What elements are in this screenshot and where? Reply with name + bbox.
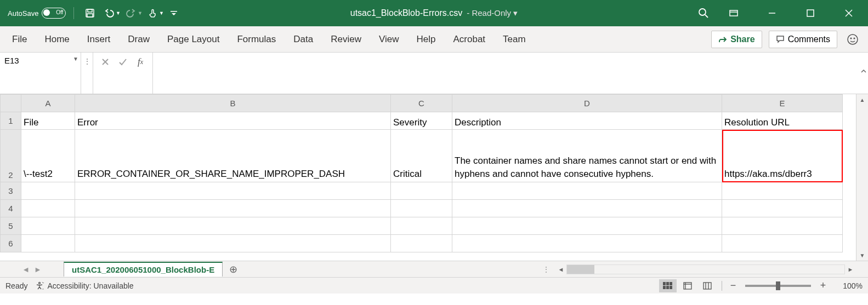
formula-buttons: fx: [93, 53, 153, 94]
tab-file[interactable]: File: [3, 30, 36, 49]
cell-D2[interactable]: The container names and share names cann…: [452, 130, 722, 182]
row-header-6[interactable]: 6: [1, 235, 21, 252]
zoom-out-button[interactable]: −: [728, 280, 739, 291]
maximize-button[interactable]: [791, 0, 830, 26]
row-header-1[interactable]: 1: [1, 112, 21, 130]
cell-B1[interactable]: Error: [75, 112, 391, 130]
col-header-E[interactable]: E: [722, 95, 843, 112]
window-title: utsac1_BlockBlob-Errors.csv - Read-Only …: [350, 8, 518, 18]
minimize-button[interactable]: [753, 0, 791, 26]
sheet-nav-prev-icon[interactable]: ◄: [22, 265, 30, 274]
readonly-indicator[interactable]: - Read-Only ▾: [467, 8, 518, 18]
col-header-A[interactable]: A: [21, 95, 75, 112]
autosave-control[interactable]: AutoSave Off: [0, 8, 71, 19]
cell-D1[interactable]: Description: [452, 112, 722, 130]
name-box-input[interactable]: [4, 55, 76, 65]
row-1[interactable]: 1 File Error Severity Description Resolu…: [1, 112, 843, 130]
sheet-nav-arrows[interactable]: ◄ ►: [0, 265, 64, 274]
formula-input-area[interactable]: [153, 53, 868, 94]
row-6[interactable]: 6: [1, 235, 843, 252]
view-page-layout-button[interactable]: [679, 279, 696, 292]
tab-acrobat[interactable]: Acrobat: [444, 30, 494, 49]
quick-access-toolbar: ▼ ▼ ▼: [76, 4, 179, 22]
save-button[interactable]: [81, 4, 99, 22]
view-page-break-button[interactable]: [699, 279, 716, 292]
comments-button[interactable]: Comments: [769, 31, 837, 48]
cell-C2[interactable]: Critical: [391, 130, 452, 182]
close-button[interactable]: [830, 0, 868, 26]
hscroll-right-icon[interactable]: ►: [845, 266, 856, 273]
sheet-tab-active[interactable]: utSAC1_202006051000_BlockBlob-E: [64, 262, 223, 277]
touch-mode-button[interactable]: ▼: [146, 4, 165, 22]
cell-A2[interactable]: \--test2: [21, 130, 75, 182]
zoom-in-button[interactable]: +: [818, 280, 829, 291]
ribbon-display-button[interactable]: [714, 0, 753, 26]
svg-point-12: [848, 34, 858, 44]
tab-help[interactable]: Help: [408, 30, 445, 49]
autosave-toggle[interactable]: Off: [42, 8, 66, 19]
row-5[interactable]: 5: [1, 217, 843, 235]
select-all-button[interactable]: [1, 95, 21, 112]
horizontal-scrollbar[interactable]: ⋮ ◄ ►: [538, 262, 856, 277]
tab-insert[interactable]: Insert: [78, 30, 120, 49]
tab-formulas[interactable]: Formulas: [228, 30, 285, 49]
window-controls: [714, 0, 868, 26]
cell-B2[interactable]: ERROR_CONTAINER_OR_SHARE_NAME_IMPROPER_D…: [75, 130, 391, 182]
accessibility-status[interactable]: Accessibility: Unavailable: [35, 281, 133, 290]
vertical-scrollbar[interactable]: ▲ ▼: [856, 94, 868, 261]
row-header-2[interactable]: 2: [1, 130, 21, 182]
svg-point-4: [699, 9, 706, 15]
accessibility-icon: [35, 281, 44, 290]
col-header-B[interactable]: B: [75, 95, 391, 112]
redo-button[interactable]: ▼: [124, 4, 143, 22]
cell-A1[interactable]: File: [21, 112, 75, 130]
view-normal-button[interactable]: [659, 279, 677, 292]
insert-function-button[interactable]: fx: [133, 55, 148, 69]
svg-point-17: [39, 282, 41, 284]
row-4[interactable]: 4: [1, 200, 843, 217]
feedback-button[interactable]: [844, 31, 861, 48]
enter-formula-button[interactable]: [115, 55, 131, 69]
undo-button[interactable]: ▼: [103, 4, 121, 22]
tab-page-layout[interactable]: Page Layout: [158, 30, 228, 49]
cell-E2[interactable]: https://aka.ms/dberr3: [722, 130, 843, 182]
add-sheet-button[interactable]: ⊕: [223, 263, 244, 275]
tab-team[interactable]: Team: [494, 30, 535, 49]
share-button[interactable]: Share: [711, 31, 762, 48]
svg-rect-1: [88, 9, 92, 12]
row-3[interactable]: 3: [1, 182, 843, 200]
scroll-up-icon[interactable]: ▲: [856, 94, 868, 105]
hscroll-left-icon[interactable]: ◄: [555, 266, 566, 273]
zoom-level[interactable]: 100%: [835, 281, 863, 290]
cell-grid[interactable]: A B C D E 1 File Error Severity Descript…: [0, 94, 843, 252]
cell-E1[interactable]: Resolution URL: [722, 112, 843, 130]
tab-view[interactable]: View: [370, 30, 408, 49]
scroll-down-icon[interactable]: ▼: [856, 250, 868, 261]
formula-bar-vdots[interactable]: ⋮: [81, 53, 93, 94]
row-2[interactable]: 2 \--test2 ERROR_CONTAINER_OR_SHARE_NAME…: [1, 130, 843, 182]
formula-input[interactable]: [154, 54, 867, 93]
col-header-C[interactable]: C: [391, 95, 452, 112]
name-box[interactable]: ▼: [0, 53, 81, 94]
customize-qat-button[interactable]: [168, 4, 179, 22]
zoom-slider[interactable]: [745, 285, 811, 287]
cell-C1[interactable]: Severity: [391, 112, 452, 130]
svg-rect-23: [670, 286, 672, 289]
tab-draw[interactable]: Draw: [119, 30, 158, 49]
search-button[interactable]: [698, 0, 709, 26]
collapse-formula-bar-icon[interactable]: [860, 68, 867, 74]
sheet-nav-next-icon[interactable]: ►: [34, 265, 42, 274]
cancel-formula-button[interactable]: [98, 55, 113, 69]
column-header-row[interactable]: A B C D E: [1, 95, 843, 112]
tab-split-handle[interactable]: ⋮: [538, 265, 555, 274]
svg-rect-20: [670, 282, 672, 285]
tab-home[interactable]: Home: [36, 30, 78, 49]
tab-data[interactable]: Data: [285, 30, 322, 49]
col-header-D[interactable]: D: [452, 95, 722, 112]
row-header-5[interactable]: 5: [1, 217, 21, 235]
row-header-3[interactable]: 3: [1, 182, 21, 200]
autosave-label: AutoSave: [8, 9, 38, 18]
tab-review[interactable]: Review: [322, 30, 370, 49]
row-header-4[interactable]: 4: [1, 200, 21, 217]
namebox-dropdown-icon[interactable]: ▼: [73, 56, 78, 62]
